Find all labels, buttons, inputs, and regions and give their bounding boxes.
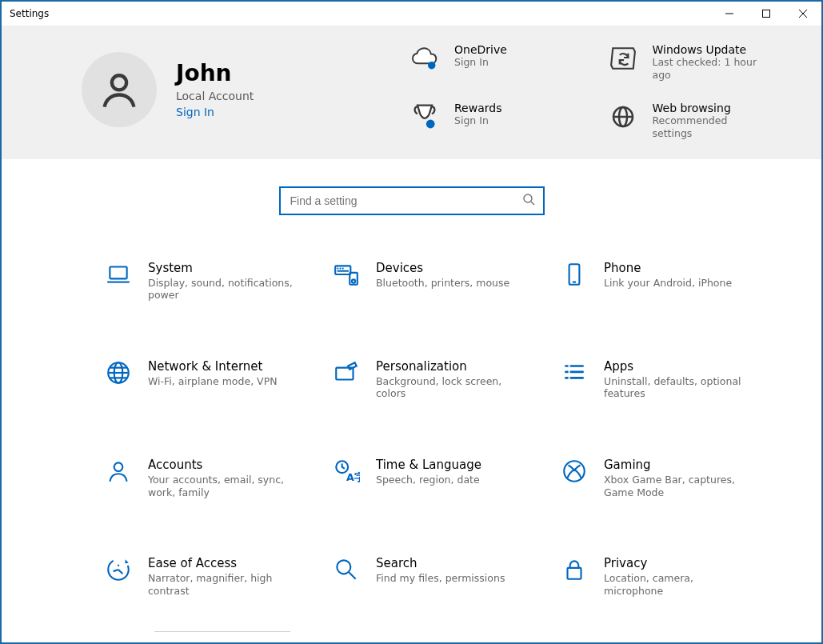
keyboard-speaker-icon (333, 261, 360, 288)
svg-rect-40 (568, 568, 581, 579)
category-apps[interactable]: Apps Uninstall, defaults, optional featu… (553, 349, 765, 410)
svg-point-10 (524, 194, 532, 202)
category-title: Ease of Access (148, 556, 299, 570)
category-title: Apps (604, 359, 755, 374)
tile-title: Windows Update (653, 43, 765, 56)
svg-rect-1 (763, 10, 770, 18)
refresh-sync-icon (608, 43, 638, 74)
category-title: Phone (604, 261, 732, 275)
category-time-language[interactable]: A字 Time & Language Speech, region, date (326, 447, 537, 509)
svg-point-5 (428, 62, 436, 70)
xbox-icon (561, 458, 588, 485)
svg-point-38 (337, 561, 350, 574)
category-personalization[interactable]: Personalization Background, lock screen,… (326, 349, 537, 410)
svg-point-4 (112, 75, 126, 90)
titlebar: Settings (2, 2, 821, 26)
avatar (82, 52, 157, 127)
category-title: Devices (376, 261, 509, 275)
category-phone[interactable]: Phone Link your Android, iPhone (553, 250, 765, 312)
category-system[interactable]: System Display, sound, notifications, po… (98, 250, 310, 312)
search-icon (333, 556, 360, 583)
person-icon (105, 458, 132, 485)
category-ease-of-access[interactable]: Ease of Access Narrator, magnifier, high… (98, 546, 310, 607)
category-sub: Uninstall, defaults, optional features (604, 375, 755, 400)
laptop-icon (105, 261, 132, 288)
svg-point-20 (352, 279, 355, 282)
category-title: Accounts (148, 458, 299, 472)
phone-icon (561, 261, 588, 288)
account-type: Local Account (176, 90, 254, 102)
window-title: Settings (10, 8, 49, 19)
sign-in-link[interactable]: Sign In (176, 106, 254, 118)
paint-icon (333, 359, 360, 386)
category-sub: Narrator, magnifier, high contrast (148, 572, 299, 597)
tile-sub: Last checked: 1 hour ago (653, 56, 765, 81)
ease-of-access-icon (105, 556, 132, 583)
category-network[interactable]: Network & Internet Wi-Fi, airplane mode,… (98, 349, 310, 410)
tile-windows-update[interactable]: Windows Update Last checked: 1 hour ago (608, 43, 798, 81)
tile-onedrive[interactable]: OneDrive Sign In (410, 43, 600, 81)
category-sub: Xbox Game Bar, captures, Game Mode (604, 474, 755, 498)
globe-icon (608, 102, 638, 132)
tile-web-browsing[interactable]: Web browsing Recommended settings (608, 102, 798, 139)
svg-line-11 (531, 202, 534, 205)
tile-title: OneDrive (454, 43, 507, 56)
window-controls (711, 2, 821, 26)
category-sub: Wi-Fi, airplane mode, VPN (148, 375, 278, 388)
svg-rect-12 (110, 266, 126, 278)
globe-icon (105, 359, 132, 386)
tile-rewards[interactable]: Rewards Sign In (410, 102, 600, 139)
time-language-icon: A字 (333, 458, 360, 485)
search-box[interactable] (279, 186, 545, 215)
category-sub: Your accounts, email, sync, work, family (148, 474, 299, 498)
category-sub: Location, camera, microphone (604, 572, 755, 597)
svg-point-33 (114, 462, 123, 471)
categories-grid: System Display, sound, notifications, po… (2, 250, 821, 645)
category-gaming[interactable]: Gaming Xbox Game Bar, captures, Game Mod… (553, 447, 765, 509)
status-tiles: OneDrive Sign In Windows Update Last che… (410, 40, 797, 140)
category-sub: Speech, region, date (376, 474, 481, 486)
category-title: System (148, 261, 299, 275)
search-section (2, 186, 821, 215)
category-sub: Display, sound, notifications, power (148, 277, 299, 302)
rewards-icon (410, 102, 440, 132)
search-input[interactable] (289, 194, 522, 208)
apps-list-icon (561, 359, 588, 386)
category-devices[interactable]: Devices Bluetooth, printers, mouse (326, 250, 537, 312)
tile-sub: Recommended settings (653, 114, 765, 139)
category-search[interactable]: Search Find my files, permissions (326, 546, 537, 607)
category-title: Gaming (604, 458, 755, 472)
category-privacy[interactable]: Privacy Location, camera, microphone (553, 546, 765, 607)
minimize-button[interactable] (711, 2, 748, 26)
search-icon (522, 193, 535, 209)
category-sub: Find my files, permissions (376, 572, 505, 585)
category-title: Personalization (376, 359, 527, 374)
category-sub: Link your Android, iPhone (604, 277, 732, 290)
svg-line-39 (349, 572, 356, 579)
tile-sub: Sign In (454, 56, 507, 69)
category-title: Network & Internet (148, 359, 278, 374)
maximize-button[interactable] (748, 2, 785, 26)
cloud-icon (410, 43, 440, 74)
category-sub: Background, lock screen, colors (376, 375, 527, 400)
tile-sub: Sign In (454, 114, 501, 127)
profile-block[interactable]: John Local Account Sign In (82, 40, 378, 140)
account-banner: John Local Account Sign In OneDrive Sign… (2, 26, 821, 159)
category-accounts[interactable]: Accounts Your accounts, email, sync, wor… (98, 447, 310, 509)
category-title: Search (376, 556, 505, 570)
svg-text:A字: A字 (346, 471, 360, 483)
person-icon (98, 69, 140, 110)
category-title: Time & Language (376, 458, 481, 472)
lock-icon (561, 556, 588, 583)
tile-title: Web browsing (653, 102, 765, 114)
close-button[interactable] (785, 2, 821, 26)
category-sub: Bluetooth, printers, mouse (376, 277, 509, 290)
tile-title: Rewards (454, 102, 501, 114)
svg-point-6 (426, 120, 435, 129)
category-title: Privacy (604, 556, 755, 570)
profile-name: John (176, 62, 254, 86)
